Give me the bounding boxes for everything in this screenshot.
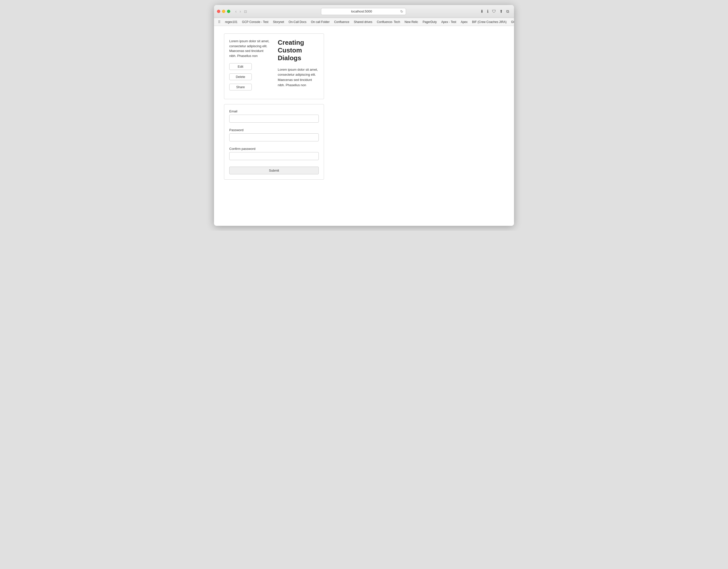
submit-button[interactable]: Submit bbox=[229, 167, 319, 174]
titlebar: ‹ › ⊡ localhost:5000 ↻ ⬇ ℹ 🛡 ⬆ ⧉ bbox=[214, 5, 514, 18]
bookmark-oncall-docs[interactable]: On-Call Docs bbox=[287, 19, 308, 24]
password-group: Password bbox=[229, 128, 319, 146]
card-body: Lorem ipsum dolor sit amet, consectetur … bbox=[278, 67, 319, 88]
top-card-layout: Lorem ipsum dolor sit amet, consectetur … bbox=[229, 39, 319, 94]
bookmark-bif[interactable]: BIF (Crew Coaches JIRA) bbox=[470, 19, 509, 24]
back-button[interactable]: ‹ bbox=[234, 9, 237, 14]
bookmarks-bar: ⠿ regex101 GCP Console - Test Storynet O… bbox=[214, 18, 514, 26]
apps-icon[interactable]: ⠿ bbox=[216, 19, 223, 25]
left-text: Lorem ipsum dolor sit amet, consectetur … bbox=[229, 39, 270, 58]
share-button[interactable]: Share bbox=[229, 84, 252, 90]
bookmark-gcp-prod[interactable]: GCP Prod bbox=[509, 19, 514, 24]
address-text: localhost:5000 bbox=[324, 9, 399, 13]
bookmark-gcp-console-test[interactable]: GCP Console - Test bbox=[240, 19, 271, 24]
forward-button[interactable]: › bbox=[239, 9, 242, 14]
card-heading: Creating Custom Dialogs bbox=[278, 39, 319, 62]
password-input[interactable] bbox=[229, 133, 319, 141]
info-icon[interactable]: ℹ bbox=[487, 9, 489, 14]
bookmark-oncall-folder[interactable]: On call Folder bbox=[309, 19, 332, 24]
email-group: Email bbox=[229, 109, 319, 127]
bookmark-regex101[interactable]: regex101 bbox=[223, 19, 239, 24]
form-card: Email Password Confirm password Submit bbox=[224, 104, 324, 180]
bookmark-confluence[interactable]: Confluence bbox=[332, 19, 351, 24]
bookmark-storynet[interactable]: Storynet bbox=[271, 19, 286, 24]
address-bar[interactable]: localhost:5000 ↻ bbox=[321, 8, 406, 15]
edit-button[interactable]: Edit bbox=[229, 63, 252, 70]
confirm-password-group: Confirm password bbox=[229, 147, 319, 165]
close-button[interactable] bbox=[217, 10, 220, 13]
delete-button[interactable]: Delete bbox=[229, 73, 252, 80]
bookmark-confluence-tech[interactable]: Confluence- Tech bbox=[375, 19, 402, 24]
tabs-icon[interactable]: ⧉ bbox=[506, 9, 509, 14]
bookmark-new-relic[interactable]: New Relic bbox=[403, 19, 420, 24]
reload-button[interactable]: ↻ bbox=[400, 9, 403, 13]
password-label: Password bbox=[229, 128, 319, 132]
address-bar-container: localhost:5000 ↻ bbox=[247, 8, 480, 15]
share-icon[interactable]: ⬆ bbox=[499, 9, 503, 14]
email-label: Email bbox=[229, 109, 319, 113]
page-content: Lorem ipsum dolor sit amet, consectetur … bbox=[214, 26, 514, 226]
bookmark-apex-test[interactable]: Apex - Test bbox=[439, 19, 458, 24]
email-input[interactable] bbox=[229, 115, 319, 123]
browser-window: ‹ › ⊡ localhost:5000 ↻ ⬇ ℹ 🛡 ⬆ ⧉ ⠿ regex… bbox=[214, 5, 514, 226]
bookmark-apex[interactable]: Apex bbox=[459, 19, 469, 24]
bookmark-pagerduty[interactable]: PagerDuty bbox=[421, 19, 439, 24]
toolbar-icons: ⬇ ℹ 🛡 ⬆ ⧉ bbox=[480, 9, 509, 14]
nav-buttons: ‹ › bbox=[234, 9, 242, 14]
confirm-password-input[interactable] bbox=[229, 152, 319, 160]
maximize-button[interactable] bbox=[227, 10, 230, 13]
download-icon[interactable]: ⬇ bbox=[480, 9, 483, 14]
minimize-button[interactable] bbox=[222, 10, 225, 13]
traffic-lights bbox=[217, 10, 230, 13]
bookmark-shared-drives[interactable]: Shared drives bbox=[352, 19, 374, 24]
shield-icon[interactable]: 🛡 bbox=[492, 9, 496, 14]
confirm-password-label: Confirm password bbox=[229, 147, 319, 151]
sidebar-toggle-button[interactable]: ⊡ bbox=[244, 9, 247, 13]
top-card: Lorem ipsum dolor sit amet, consectetur … bbox=[224, 33, 324, 99]
left-column: Lorem ipsum dolor sit amet, consectetur … bbox=[229, 39, 270, 94]
right-column: Creating Custom Dialogs Lorem ipsum dolo… bbox=[278, 39, 319, 94]
